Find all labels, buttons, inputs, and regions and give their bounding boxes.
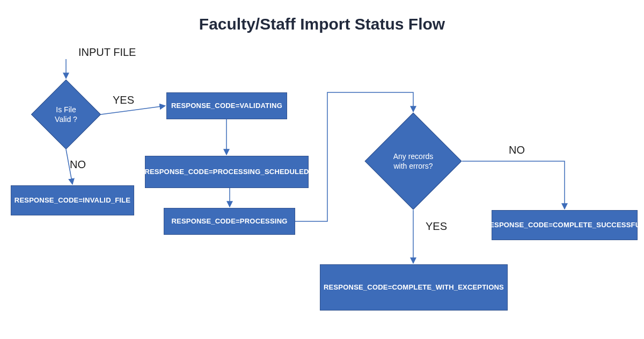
flowchart-canvas: Faculty/Staff Import Status Flow INPUT F… [0,0,644,339]
process-validating-text: RESPONSE_CODE=VALIDATING [171,102,282,110]
label-no-2: NO [509,144,525,156]
process-invalid-file: RESPONSE_CODE=INVALID_FILE [11,185,134,215]
decision-is-file-valid-text: Is File Valid ? [55,105,77,124]
label-yes-1: YES [113,94,134,106]
process-complete-exceptions: RESPONSE_CODE=COMPLETE_WITH_EXCEPTIONS [320,264,508,311]
process-complete-successful: RESPONSE_CODE=COMPLETE_SUCCESSFUL [492,210,638,240]
process-processing-text: RESPONSE_CODE=PROCESSING [171,217,287,226]
process-invalid-file-text: RESPONSE_CODE=INVALID_FILE [14,196,130,205]
process-processing-scheduled-text: RESPONSE_CODE=PROCESSING_SCHEDULED [144,168,309,176]
label-yes-2: YES [426,220,447,233]
label-input-file: INPUT FILE [78,46,136,59]
process-processing: RESPONSE_CODE=PROCESSING [164,208,295,235]
process-processing-scheduled: RESPONSE_CODE=PROCESSING_SCHEDULED [145,156,309,188]
decision-any-errors-text: Any records with errors? [393,152,434,171]
label-no-1: NO [70,158,86,171]
process-complete-successful-text: RESPONSE_CODE=COMPLETE_SUCCESSFUL [485,221,644,229]
diagram-title: Faculty/Staff Import Status Flow [0,15,644,33]
svg-line-1 [101,106,165,114]
decision-is-file-valid: Is File Valid ? [31,80,101,149]
process-validating: RESPONSE_CODE=VALIDATING [166,92,287,119]
process-complete-exceptions-text: RESPONSE_CODE=COMPLETE_WITH_EXCEPTIONS [324,283,504,292]
decision-any-errors: Any records with errors? [364,112,462,210]
